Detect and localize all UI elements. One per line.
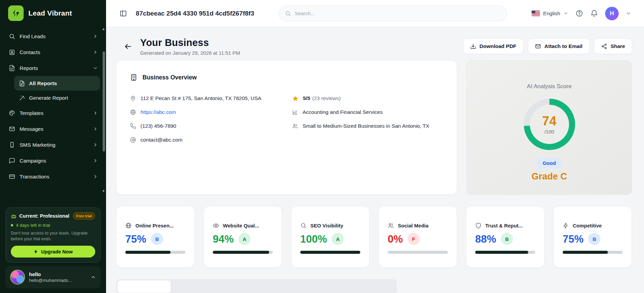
user-avatar (10, 270, 25, 285)
sidebar-subitem-label: All Reports (29, 80, 57, 87)
sidebar-subitem-generate-report[interactable]: Generate Report (14, 91, 100, 105)
metric-card-social-media: Social Media 0% F (379, 206, 457, 268)
account-avatar[interactable]: H (605, 7, 619, 20)
sidebar: Lead Vibrant Find Leads Contacts Reports… (0, 0, 106, 293)
brand: Lead Vibrant (0, 0, 106, 26)
sidebar-item-label: Transactions (20, 174, 49, 180)
sidebar-item-label: Campaigns (20, 158, 46, 164)
sidebar-item-templates[interactable]: Templates (7, 105, 100, 121)
sidebar-item-find-leads[interactable]: Find Leads (7, 28, 100, 44)
sidebar-item-transactions[interactable]: Transactions (7, 169, 100, 185)
attach-to-email-button[interactable]: Attach to Email (528, 39, 590, 54)
metric-bar-fill (563, 251, 608, 254)
metric-value: 0% (388, 234, 403, 244)
metric-value: 94% (213, 234, 234, 244)
brand-name: Lead Vibrant (28, 9, 72, 17)
metric-bar-fill (213, 251, 269, 254)
metric-card-seo-visibility: SEO Visibility 100% A (291, 206, 369, 268)
sidebar-scroll-up-icon[interactable]: ▲ (102, 27, 105, 30)
page-title: Your Business (140, 37, 240, 48)
chevron-down-icon[interactable] (626, 11, 631, 16)
globe-icon (125, 222, 132, 229)
metric-bar-fill (125, 251, 171, 254)
overview-audience: Small to Medium-Sized Businesses in San … (303, 123, 429, 129)
star-icon (292, 95, 299, 102)
metric-label: Trust & Reput... (485, 223, 523, 228)
mail-icon (535, 43, 541, 49)
overview-address: 112 E Pecan St # 175, San Antonio, TX 78… (140, 95, 261, 101)
sidebar-nav: Find Leads Contacts Reports All Reports … (0, 26, 106, 205)
sidebar-item-label: Reports (20, 65, 38, 71)
user-profile-menu[interactable]: hello hello@muhammads... (5, 266, 101, 288)
sidebar-scrollbar-thumb[interactable] (103, 51, 105, 151)
help-icon[interactable] (575, 9, 583, 17)
search-box[interactable] (279, 6, 507, 21)
metric-grade-badge: B (151, 233, 163, 245)
sidebar-item-label: Messages (20, 126, 44, 132)
sidebar-scroll-down-icon[interactable]: ▼ (102, 189, 105, 193)
metric-label: SEO Visibility (310, 223, 343, 228)
upgrade-now-button[interactable]: Upgrade Now (11, 246, 95, 258)
metric-card-trust-reputation: Trust & Reput... 88% B (466, 206, 544, 268)
search-icon (9, 33, 15, 40)
language-label: English (543, 10, 560, 17)
page-subtitle: Generated on January 29, 2026 at 11:51 P… (140, 50, 240, 56)
chevron-right-icon (93, 111, 98, 116)
metric-progress-track (125, 251, 185, 254)
metric-value: 75% (125, 234, 146, 244)
sidebar-item-contacts[interactable]: Contacts (7, 44, 100, 60)
sidebar-item-label: Contacts (20, 49, 40, 55)
download-pdf-button[interactable]: Download PDF (463, 39, 523, 54)
sidebar-item-campaigns[interactable]: Campaigns (7, 153, 100, 169)
share-icon (601, 43, 607, 49)
metric-progress-track (475, 251, 535, 254)
trial-card: Current: Professional Free trial 4 days … (5, 207, 101, 263)
metric-value: 100% (300, 234, 327, 244)
search-icon (300, 222, 307, 229)
metric-grade-badge: A (238, 233, 251, 245)
crown-icon (11, 213, 17, 219)
metric-grade-badge: A (332, 233, 344, 245)
users-icon (292, 123, 298, 129)
mail-icon (9, 126, 15, 132)
language-selector[interactable]: English (532, 10, 568, 17)
metric-grade-badge: F (408, 233, 420, 245)
sidebar-subitem-all-reports[interactable]: All Reports (14, 76, 100, 91)
sidebar-item-label: Templates (20, 110, 44, 116)
overview-address-row: 112 E Pecan St # 175, San Antonio, TX 78… (130, 94, 292, 102)
tab-active-partial[interactable] (118, 280, 171, 293)
overview-industry: Accounting and Financial Services (303, 109, 383, 115)
sidebar-subitem-label: Generate Report (29, 95, 68, 101)
metric-label: Social Media (398, 223, 429, 228)
sidebar-toggle-icon[interactable] (120, 10, 127, 17)
users-icon (388, 222, 394, 229)
overview-phone-row: (123) 456-7890 (130, 122, 292, 130)
sidebar-item-messages[interactable]: Messages (7, 121, 100, 137)
magic-wand-icon (19, 95, 25, 101)
back-arrow-icon[interactable] (124, 42, 132, 51)
building-icon (130, 74, 137, 81)
chevron-right-icon (93, 158, 98, 163)
overview-website-link[interactable]: https://abc.com (140, 109, 176, 115)
overview-phone: (123) 456-7890 (140, 123, 176, 129)
trial-plan-label: Current: Professional (19, 213, 69, 219)
user-name: hello (29, 271, 72, 277)
topbar: 87cbeeac 25d4 4330 951d 4cd5f267f8f3 Eng… (106, 0, 644, 27)
main-area: 87cbeeac 25d4 4330 951d 4cd5f267f8f3 Eng… (106, 0, 644, 293)
globe-icon (130, 109, 136, 115)
metric-card-website-quality: Website Qual... 94% A (204, 206, 282, 268)
trial-days-left: 4 days left in trial (16, 223, 50, 228)
search-input[interactable] (294, 10, 500, 16)
metric-label: Website Qual... (223, 223, 259, 228)
download-pdf-label: Download PDF (480, 43, 516, 49)
free-trial-badge: Free trial (73, 212, 95, 220)
share-button[interactable]: Share (594, 39, 632, 54)
overview-email: contact@abc.com (140, 137, 182, 143)
sidebar-item-reports[interactable]: Reports (7, 60, 100, 76)
chevron-up-icon (91, 274, 96, 280)
document-icon (19, 80, 25, 87)
zap-icon (563, 222, 569, 229)
notifications-bell-icon[interactable] (590, 9, 598, 17)
sidebar-item-sms-marketing[interactable]: SMS Marketing (7, 137, 100, 153)
chevron-down-icon (93, 66, 98, 71)
